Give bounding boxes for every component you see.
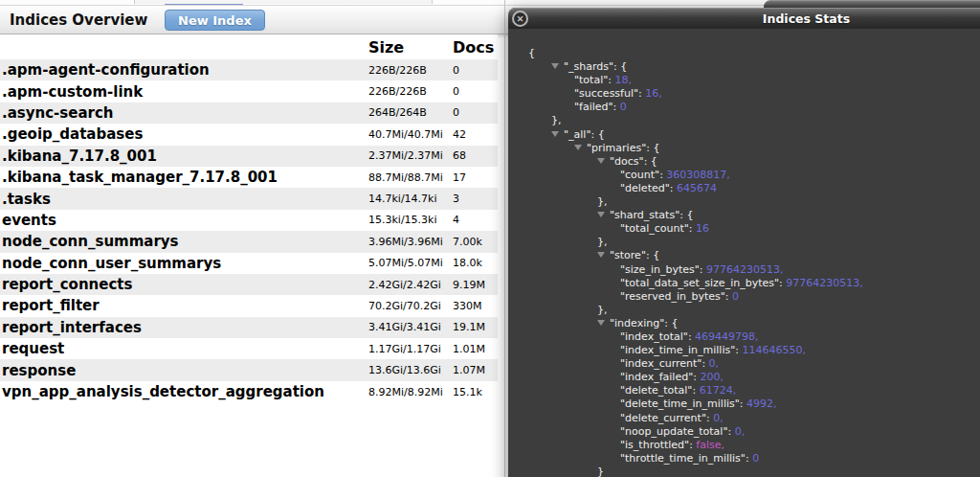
index-docs-cell: 4 bbox=[453, 214, 498, 226]
index-docs-cell: 18.0k bbox=[453, 257, 498, 269]
table-row: .apm-agent-configuration226B/226B0 bbox=[0, 59, 498, 80]
json-value: 16, bbox=[645, 87, 662, 100]
json-value: 4992, bbox=[746, 398, 777, 410]
json-value: false, bbox=[696, 439, 724, 451]
table-row: response13.6Gi/13.6Gi1.07M bbox=[0, 359, 498, 380]
index-docs-cell: 17 bbox=[453, 171, 498, 184]
index-docs-cell: 0 bbox=[453, 85, 498, 98]
index-docs-cell: 42 bbox=[453, 128, 498, 141]
expander-triangle-icon[interactable] bbox=[597, 317, 610, 330]
index-size-cell: 226B/226B bbox=[368, 85, 453, 98]
table-row: request1.17Gi/1.17Gi1.01M bbox=[0, 338, 498, 359]
index-size-cell: 15.3ki/15.3ki bbox=[368, 214, 453, 226]
window-title: Indices Stats bbox=[508, 9, 980, 29]
window-titlebar[interactable]: ✕ Indices Stats bbox=[508, 8, 980, 29]
json-key: "shard_stats" bbox=[610, 209, 679, 221]
json-line: }, bbox=[597, 304, 980, 317]
json-brace: { bbox=[651, 155, 657, 168]
index-name-cell[interactable]: node_conn_user_summarys bbox=[0, 255, 368, 272]
table-row: .async-search264B/264B0 bbox=[0, 102, 498, 124]
json-value: 0 bbox=[752, 452, 759, 465]
index-size-cell: 14.7ki/14.7ki bbox=[368, 193, 453, 205]
index-name-cell[interactable]: .apm-agent-configuration bbox=[0, 61, 368, 79]
table-row: node_conn_summarys3.96Mi/3.96Mi7.00k bbox=[0, 231, 498, 252]
json-key: "reserved_in_bytes" bbox=[620, 290, 725, 303]
json-line: }, bbox=[597, 236, 980, 249]
index-name-cell[interactable]: report_connects bbox=[0, 276, 368, 293]
index-name-cell[interactable]: .geoip_databases bbox=[0, 125, 368, 143]
json-key: "index_total" bbox=[620, 330, 688, 343]
json-line: "primaries": { bbox=[574, 142, 980, 155]
json-line: "size_in_bytes": 97764230513, bbox=[620, 263, 980, 277]
indices-stats-window: ✕ Indices Stats {"_shards": {"total": 18… bbox=[508, 8, 980, 477]
table-row: .tasks14.7ki/14.7ki3 bbox=[0, 188, 498, 209]
json-key: "store" bbox=[610, 249, 646, 261]
json-brace: { bbox=[653, 142, 659, 154]
json-brace: { bbox=[598, 128, 605, 141]
index-docs-cell: 9.19M bbox=[453, 279, 498, 291]
json-value: 469449798, bbox=[695, 330, 758, 343]
table-row: .kibana_task_manager_7.17.8_00188.7Mi/88… bbox=[0, 167, 498, 188]
index-docs-cell: 7.00k bbox=[453, 236, 498, 248]
expander-triangle-icon[interactable] bbox=[551, 60, 564, 74]
json-line: "delete_current": 0, bbox=[620, 412, 980, 425]
index-docs-cell: 1.07M bbox=[453, 364, 498, 376]
index-name-cell[interactable]: .tasks bbox=[0, 191, 368, 208]
index-name-cell[interactable]: .kibana_task_manager_7.17.8_001 bbox=[0, 169, 368, 186]
table-row: report_connects2.42Gi/2.42Gi9.19M bbox=[0, 274, 498, 295]
json-brace: { bbox=[528, 47, 535, 59]
index-name-cell[interactable]: node_conn_summarys bbox=[0, 233, 368, 250]
json-key: "delete_total" bbox=[620, 384, 692, 397]
index-name-cell[interactable]: report_filter bbox=[0, 297, 368, 314]
indices-table: .apm-agent-configuration226B/226B0.apm-c… bbox=[0, 59, 498, 402]
index-size-cell: 88.7Mi/88.7Mi bbox=[368, 171, 453, 184]
index-name-cell[interactable]: .apm-custom-link bbox=[0, 83, 368, 101]
index-docs-cell: 3 bbox=[453, 193, 498, 205]
json-key: "_shards" bbox=[564, 60, 613, 73]
expander-triangle-icon[interactable] bbox=[574, 142, 587, 155]
expander-triangle-icon[interactable] bbox=[597, 155, 610, 169]
json-punctuation: : bbox=[590, 128, 597, 141]
index-name-cell[interactable]: report_interfaces bbox=[0, 319, 368, 336]
json-line: "throttle_time_in_millis": 0 bbox=[620, 452, 980, 466]
new-index-button[interactable]: New Index bbox=[165, 10, 265, 31]
expander-triangle-icon[interactable] bbox=[597, 209, 610, 222]
json-value: 0, bbox=[735, 425, 746, 438]
index-size-cell: 5.07Mi/5.07Mi bbox=[368, 257, 453, 269]
json-key: "total_count" bbox=[620, 222, 689, 235]
table-header-row: Size Docs bbox=[0, 34, 498, 59]
json-key: "total_data_set_size_in_bytes" bbox=[620, 277, 779, 289]
json-line: "reserved_in_bytes": 0 bbox=[620, 290, 980, 304]
json-punctuation: : bbox=[688, 330, 695, 343]
json-key: "is_throttled" bbox=[620, 439, 689, 451]
json-key: "noop_update_total" bbox=[620, 425, 727, 438]
json-key: "failed" bbox=[574, 101, 613, 113]
expander-triangle-icon[interactable] bbox=[597, 249, 610, 262]
index-docs-cell: 68 bbox=[453, 149, 498, 162]
json-punctuation: : bbox=[689, 222, 696, 235]
json-value: 200, bbox=[700, 371, 724, 383]
json-punctuation: : bbox=[727, 425, 734, 438]
index-size-cell: 264B/264B bbox=[368, 106, 453, 119]
json-line: "delete_time_in_millis": 4992, bbox=[620, 398, 980, 411]
index-name-cell[interactable]: request bbox=[0, 340, 368, 357]
index-name-cell[interactable]: events bbox=[0, 212, 368, 229]
index-name-cell[interactable]: .kibana_7.17.8_001 bbox=[0, 148, 368, 165]
index-docs-cell: 19.1M bbox=[453, 321, 498, 333]
json-line: "shard_stats": { bbox=[597, 209, 980, 222]
json-key: "primaries" bbox=[587, 142, 646, 154]
expander-triangle-icon[interactable] bbox=[551, 128, 564, 142]
close-icon[interactable]: ✕ bbox=[512, 11, 528, 27]
index-name-cell[interactable]: response bbox=[0, 362, 368, 379]
json-brace: } bbox=[597, 466, 604, 477]
index-name-cell[interactable]: .async-search bbox=[0, 104, 368, 122]
json-value: 0 bbox=[732, 290, 739, 303]
index-name-cell[interactable]: vpn_app_analysis_detector_aggregation bbox=[0, 383, 368, 400]
json-line: "delete_total": 61724, bbox=[620, 384, 980, 398]
json-value: 0, bbox=[713, 412, 724, 424]
json-line: "total": 18, bbox=[574, 74, 980, 87]
index-size-cell: 2.37Mi/2.37Mi bbox=[368, 149, 453, 162]
index-size-cell: 226B/226B bbox=[368, 64, 453, 77]
json-value: 0 bbox=[620, 101, 627, 113]
json-punctuation: : bbox=[702, 357, 708, 370]
